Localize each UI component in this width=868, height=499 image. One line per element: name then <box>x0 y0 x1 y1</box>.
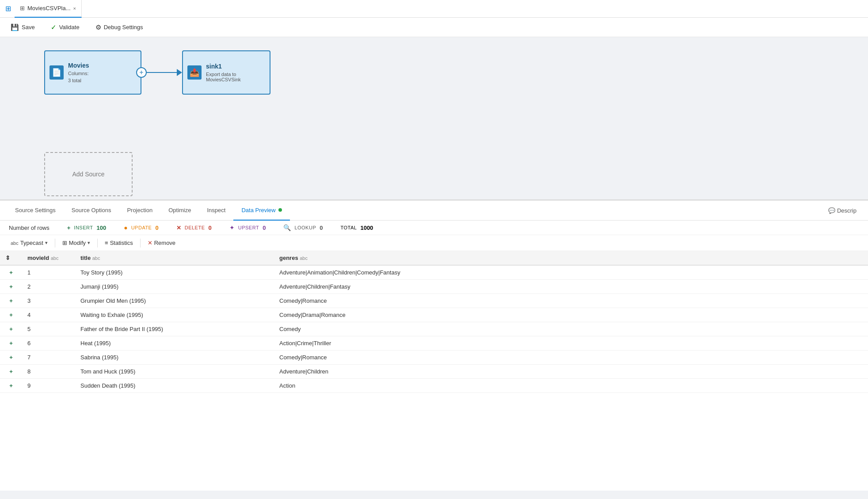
cell-genres: Comedy <box>274 322 868 336</box>
tab-title: MoviesCSVPla... <box>27 5 71 11</box>
row-add-button[interactable]: + <box>0 265 22 280</box>
sink-info: sink1 Export data to MoviesCSVSink <box>206 63 265 82</box>
sink-node[interactable]: 📤 sink1 Export data to MoviesCSVSink <box>182 50 270 95</box>
cell-title: Tom and Huck (1995) <box>75 365 274 379</box>
title-bar: ⊞ ⊞ MoviesCSVPla... × <box>0 0 868 18</box>
source-node[interactable]: 📄 Movies Columns: 3 total + <box>44 50 141 95</box>
active-tab[interactable]: ⊞ MoviesCSVPla... × <box>15 0 82 18</box>
statistics-label: Statistics <box>110 240 133 246</box>
tab-optimize-label: Optimize <box>168 207 191 213</box>
rows-count-item: Number of rows <box>9 225 49 231</box>
insert-item: + INSERT 100 <box>67 225 106 231</box>
debug-icon: ⚙ <box>95 23 101 31</box>
sep-3 <box>140 239 141 248</box>
canvas-area: 📄 Movies Columns: 3 total + 📤 sink1 Ex <box>0 37 868 201</box>
tab-source-options[interactable]: Source Options <box>64 201 119 221</box>
cell-title: Sabrina (1995) <box>75 350 274 365</box>
save-label: Save <box>22 24 35 30</box>
cell-title: Father of the Bride Part II (1995) <box>75 322 274 336</box>
cell-genres: Action|Crime|Thriller <box>274 336 868 350</box>
validate-button[interactable]: ✓ Validate <box>47 22 83 33</box>
row-add-button[interactable]: + <box>0 336 22 350</box>
source-icon: 📄 <box>49 65 64 80</box>
tab-source-settings[interactable]: Source Settings <box>7 201 64 221</box>
save-button[interactable]: 💾 Save <box>7 22 38 33</box>
sep-1 <box>55 239 55 248</box>
genres-type-label: abc <box>300 255 308 261</box>
upsert-item: ✦ UPSERT 0 <box>229 224 266 231</box>
node-plus-button[interactable]: + <box>136 67 147 78</box>
row-add-button[interactable]: + <box>0 379 22 393</box>
col-action-header: ⇕ <box>0 251 22 265</box>
row-add-button[interactable]: + <box>0 365 22 379</box>
lookup-value: 0 <box>320 225 323 231</box>
insert-plus-icon: + <box>67 225 71 231</box>
modify-chevron-icon: ▾ <box>88 240 90 246</box>
upsert-value: 0 <box>263 225 266 231</box>
flow-arrow <box>141 69 182 76</box>
tab-data-preview-label: Data Preview <box>241 207 275 213</box>
delete-item: ✕ DELETE 0 <box>176 225 212 231</box>
cell-title: Waiting to Exhale (1995) <box>75 308 274 322</box>
debug-button[interactable]: ⚙ Debug Settings <box>92 22 147 33</box>
remove-icon: ✕ <box>148 240 152 246</box>
lookup-label: LOOKUP <box>294 225 316 230</box>
row-add-button[interactable]: + <box>0 322 22 336</box>
modify-label: Modify <box>69 240 86 246</box>
title-type-label: abc <box>92 255 100 261</box>
table-row: +5Father of the Bride Part II (1995)Come… <box>0 322 868 336</box>
tab-source-settings-label: Source Settings <box>15 207 56 213</box>
table-row: +2Jumanji (1995)Adventure|Children|Fanta… <box>0 280 868 294</box>
data-table-container[interactable]: ⇕ movieId abc title abc genres abc +1Toy… <box>0 251 868 491</box>
row-add-button[interactable]: + <box>0 308 22 322</box>
app-icon: ⊞ <box>5 4 11 13</box>
upsert-icon: ✦ <box>229 224 235 231</box>
rows-label: Number of rows <box>9 225 49 231</box>
modify-button[interactable]: ⊞ Modify ▾ <box>59 238 94 248</box>
tab-inspect[interactable]: Inspect <box>199 201 234 221</box>
cell-title: Grumpier Old Men (1995) <box>75 294 274 308</box>
table-row: +1Toy Story (1995)Adventure|Animation|Ch… <box>0 265 868 280</box>
sort-icon[interactable]: ⇕ <box>5 255 10 261</box>
cell-movieid: 9 <box>22 379 75 393</box>
table-row: +3Grumpier Old Men (1995)Comedy|Romance <box>0 294 868 308</box>
cell-movieid: 2 <box>22 280 75 294</box>
row-add-button[interactable]: + <box>0 350 22 365</box>
cell-movieid: 5 <box>22 322 75 336</box>
cell-movieid: 6 <box>22 336 75 350</box>
remove-button[interactable]: ✕ Remove <box>144 238 179 248</box>
source-info: Movies Columns: 3 total <box>68 62 136 83</box>
delete-label: DELETE <box>185 225 205 230</box>
typecast-button[interactable]: abc Typecast ▾ <box>7 238 51 248</box>
table-row: +9Sudden Death (1995)Action <box>0 379 868 393</box>
tab-inspect-label: Inspect <box>207 207 226 213</box>
table-row: +8Tom and Huck (1995)Adventure|Children <box>0 365 868 379</box>
tab-projection[interactable]: Projection <box>119 201 160 221</box>
tab-projection-label: Projection <box>127 207 152 213</box>
remove-label: Remove <box>154 240 175 246</box>
data-preview-status-dot <box>278 208 282 212</box>
add-source-button[interactable]: Add Source <box>44 152 133 196</box>
typecast-chevron-icon: ▾ <box>45 240 48 246</box>
col-title-header: title abc <box>75 251 274 265</box>
row-add-button[interactable]: + <box>0 294 22 308</box>
delete-value: 0 <box>209 225 212 231</box>
debug-label: Debug Settings <box>104 24 143 30</box>
col-movieid-header: movieId abc <box>22 251 75 265</box>
cell-movieid: 3 <box>22 294 75 308</box>
tab-close[interactable]: × <box>73 6 76 11</box>
statistics-button[interactable]: ≡ Statistics <box>101 238 137 248</box>
tab-bar: Source Settings Source Options Projectio… <box>0 201 868 221</box>
typecast-label: Typecast <box>20 240 43 246</box>
tab-optimize[interactable]: Optimize <box>160 201 199 221</box>
cell-movieid: 4 <box>22 308 75 322</box>
sink-description: Export data to MoviesCSVSink <box>206 72 265 82</box>
cell-genres: Adventure|Children <box>274 365 868 379</box>
tab-source-options-label: Source Options <box>72 207 111 213</box>
describe-button[interactable]: 💬 Descrip <box>824 206 861 216</box>
tab-data-preview[interactable]: Data Preview <box>233 201 289 221</box>
row-add-button[interactable]: + <box>0 280 22 294</box>
main-toolbar: 💾 Save ✓ Validate ⚙ Debug Settings <box>0 18 868 37</box>
tab-icon: ⊞ <box>20 5 25 11</box>
cell-movieid: 8 <box>22 365 75 379</box>
